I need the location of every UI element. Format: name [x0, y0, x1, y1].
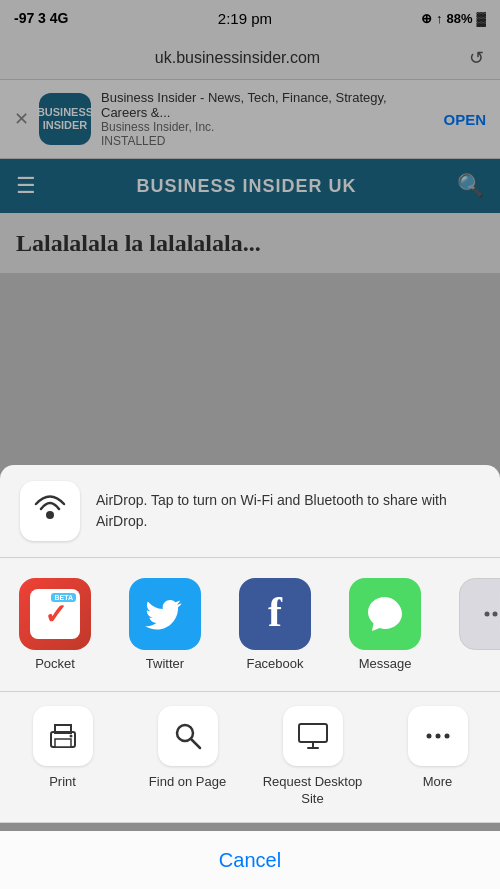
share-app-twitter[interactable]: Twitter	[110, 572, 220, 677]
pocket-checkmark: ✓	[44, 598, 67, 631]
facebook-f-letter: f	[268, 588, 282, 640]
svg-rect-10	[299, 724, 327, 742]
share-sheet-overlay: AirDrop. Tap to turn on Wi-Fi and Blueto…	[0, 0, 500, 889]
cancel-label: Cancel	[219, 849, 281, 872]
action-more[interactable]: More	[383, 706, 493, 791]
find-on-page-label: Find on Page	[149, 774, 226, 791]
airdrop-row[interactable]: AirDrop. Tap to turn on Wi-Fi and Blueto…	[0, 465, 500, 558]
facebook-label: Facebook	[246, 656, 303, 671]
pocket-label: Pocket	[35, 656, 75, 671]
print-label: Print	[49, 774, 76, 791]
find-on-page-icon-box	[158, 706, 218, 766]
print-icon	[45, 718, 81, 754]
svg-point-0	[46, 511, 54, 519]
action-print[interactable]: Print	[8, 706, 118, 791]
share-app-message[interactable]: Message	[330, 572, 440, 677]
action-find-on-page[interactable]: Find on Page	[133, 706, 243, 791]
pocket-icon: ✓ BETA	[19, 578, 91, 650]
share-app-pocket[interactable]: ✓ BETA Pocket	[0, 572, 110, 677]
desktop-icon	[295, 718, 331, 754]
actions-row: Print Find on Page	[0, 692, 500, 823]
svg-point-2	[493, 612, 498, 617]
cancel-button[interactable]: Cancel	[0, 831, 500, 889]
message-label: Message	[359, 656, 412, 671]
airdrop-description: AirDrop. Tap to turn on Wi-Fi and Blueto…	[96, 490, 480, 532]
message-icon	[349, 578, 421, 650]
search-icon	[170, 718, 206, 754]
airdrop-icon	[30, 487, 70, 535]
pocket-beta-badge: BETA	[51, 593, 76, 602]
facebook-icon: f	[239, 578, 311, 650]
svg-point-7	[69, 735, 72, 738]
svg-line-9	[191, 739, 200, 748]
request-desktop-icon-box	[283, 706, 343, 766]
twitter-label: Twitter	[146, 656, 184, 671]
more-apps-icon	[459, 578, 500, 650]
request-desktop-label: Request Desktop Site	[258, 774, 368, 808]
more-icon-box	[408, 706, 468, 766]
more-icon	[420, 718, 456, 754]
svg-point-15	[444, 734, 449, 739]
share-more-partial[interactable]	[440, 572, 500, 656]
print-icon-box	[33, 706, 93, 766]
svg-point-14	[435, 734, 440, 739]
svg-point-1	[485, 612, 490, 617]
more-label: More	[423, 774, 453, 791]
twitter-icon	[129, 578, 201, 650]
svg-rect-6	[55, 739, 71, 747]
action-request-desktop[interactable]: Request Desktop Site	[258, 706, 368, 808]
share-sheet: AirDrop. Tap to turn on Wi-Fi and Blueto…	[0, 465, 500, 889]
svg-point-13	[426, 734, 431, 739]
share-app-facebook[interactable]: f Facebook	[220, 572, 330, 677]
apps-share-row: ✓ BETA Pocket Twitter f	[0, 558, 500, 692]
airdrop-icon-box	[20, 481, 80, 541]
